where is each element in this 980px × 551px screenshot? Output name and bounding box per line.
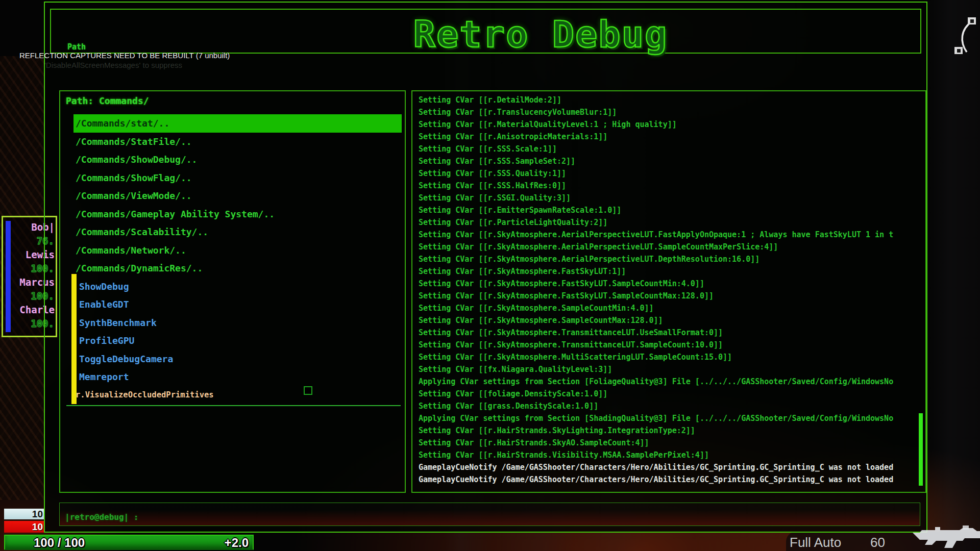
log-line: Setting CVar [[r.SSS.HalfRes:0]]: [419, 180, 920, 192]
log-line: Setting CVar [[foliage.DensityScale:1.0]…: [419, 388, 920, 400]
log-line: Setting CVar [[r.TranslucencyVolumeBlur:…: [419, 106, 920, 118]
folder-item[interactable]: /Commands/Gameplay Ability System/..: [60, 205, 405, 223]
folder-item[interactable]: /Commands/Network/..: [60, 241, 405, 260]
party-member-name: Lewis: [3, 248, 55, 262]
log-line: Setting CVar [[r.SSS.Scale:1]]: [419, 143, 920, 155]
log-line: GameplayCueNotify /Game/GASShooter/Chara…: [419, 473, 920, 486]
health-regen-value: +2.0: [225, 536, 249, 549]
command-item[interactable]: ToggleDebugCamera: [60, 350, 405, 368]
command-item[interactable]: ProfileGPU: [60, 332, 405, 350]
command-group-marker: [71, 274, 77, 404]
log-line: Setting CVar [[r.SkyAtmosphere.AerialPer…: [419, 241, 920, 253]
party-member-name: Marcus: [3, 276, 55, 289]
party-list: Bob|76.Lewis100.Marcus100.Charle100.: [3, 220, 55, 331]
party-member-health: 100.: [3, 289, 55, 303]
ammo-count: 60: [870, 535, 885, 550]
log-line: Setting CVar [[r.SkyAtmosphere.MultiScat…: [419, 351, 920, 363]
folder-item[interactable]: /Commands/DynamicRes/..: [60, 259, 405, 278]
log-line: Setting CVar [[r.AnisotropicMaterials:1]…: [419, 131, 920, 143]
commands-path-header: Path: Commands/: [66, 95, 149, 106]
window-title: Retro Debug: [51, 13, 920, 56]
log-line: Setting CVar [[r.HairStrands.SkyAO.Sampl…: [419, 437, 920, 449]
log-line: Setting CVar [[r.MaterialQualityLevel:1 …: [419, 118, 920, 131]
log-line: Setting CVar [[r.SkyAtmosphere.FastSkyLU…: [419, 265, 920, 278]
rifle-icon: [913, 524, 980, 551]
health-value: 100 / 100: [34, 536, 85, 549]
log-line: Applying CVar settings from Section [Fol…: [419, 375, 920, 388]
log-line: Setting CVar [[r.SSGI.Quality:3]]: [419, 192, 920, 204]
log-scrollbar-thumb[interactable]: [919, 413, 923, 486]
log-line: Setting CVar [[r.ParticleLightQuality:2]…: [419, 216, 920, 229]
shield-bar: 10: [4, 509, 44, 519]
suppress-hint-text: 'DisableAllScreenMessages' to suppress: [44, 61, 182, 69]
log-line: Setting CVar [[r.HairStrands.SkyLighting…: [419, 424, 920, 437]
log-line: Setting CVar [[r.SSS.SampleSet:2]]: [419, 155, 920, 167]
log-line: Setting CVar [[r.SkyAtmosphere.SampleCou…: [419, 314, 920, 327]
log-line: Setting CVar [[r.SkyAtmosphere.Transmitt…: [419, 339, 920, 351]
folder-item[interactable]: /Commands/StatFile/..: [60, 133, 405, 151]
command-list: /Commands/stat/../Commands/StatFile/../C…: [60, 114, 405, 404]
party-member-health: 100.: [3, 262, 55, 276]
log-line: GameplayCueNotify /Game/GASShooter/Chara…: [419, 461, 920, 473]
log-line: Setting CVar [[r.SkyAtmosphere.Transmitt…: [419, 327, 920, 339]
cvar-checkbox[interactable]: [304, 386, 312, 395]
grenade-bracket-icon: [945, 15, 980, 58]
panel-divider: [66, 405, 401, 406]
folder-item[interactable]: /Commands/stat/..: [74, 114, 402, 133]
log-line: Setting CVar [[r.SkyAtmosphere.FastSkyLU…: [419, 278, 920, 290]
party-member-name: Bob|: [3, 220, 55, 234]
reflection-warning-text: REFLECTION CAPTURES NEED TO BE REBUILT (…: [19, 51, 230, 60]
command-item[interactable]: EnableGDT: [60, 295, 405, 314]
party-frame: Bob|76.Lewis100.Marcus100.Charle100.: [2, 216, 57, 337]
log-line: Setting CVar [[r.SkyAtmosphere.AerialPer…: [419, 229, 920, 241]
log-line: Applying CVar settings from Section [Sha…: [419, 412, 920, 424]
log-line: Setting CVar [[r.SSS.Quality:1]]: [419, 167, 920, 180]
fire-mode-label: Full Auto: [790, 535, 871, 550]
log-line: Setting CVar [[r.EmitterSpawnRateScale:1…: [419, 204, 920, 216]
folder-item[interactable]: /Commands/ShowDebug/..: [60, 151, 405, 169]
command-item[interactable]: Memreport: [60, 368, 405, 386]
log-lines: Setting CVar [[r.DetailMode:2]]Setting C…: [419, 94, 920, 486]
log-line: Setting CVar [[grass.DensityScale:1.0]]: [419, 400, 920, 412]
folder-item[interactable]: /Commands/Scalability/..: [60, 223, 405, 241]
log-line: Setting CVar [[r.SkyAtmosphere.AerialPer…: [419, 253, 920, 265]
commands-panel: Path: Commands/ /Commands/stat/../Comman…: [59, 90, 406, 493]
console-input[interactable]: |retro@debug| :: [59, 503, 920, 526]
party-member-health: 100.: [3, 317, 55, 331]
health-bar: 100 / 100 +2.0: [4, 535, 254, 550]
folder-item[interactable]: /Commands/ViewMode/..: [60, 187, 405, 205]
log-line: Setting CVar [[r.DetailMode:2]]: [419, 94, 920, 106]
log-line: Setting CVar [[r.SkyAtmosphere.FastSkyLU…: [419, 290, 920, 302]
armor-bar: 10: [4, 521, 44, 533]
console-prompt: |retro@debug| :: [65, 512, 139, 522]
command-item[interactable]: ShowDebug: [60, 278, 405, 296]
game-screen: REFLECTION CAPTURES NEED TO BE REBUILT (…: [0, 0, 980, 551]
cvar-item[interactable]: r.VisualizeOccludedPrimitives: [60, 386, 405, 405]
log-line: Setting CVar [[r.HairStrands.Visibility.…: [419, 449, 920, 461]
log-line: Setting CVar [[r.SkyAtmosphere.SampleCou…: [419, 302, 920, 314]
party-member-name: Charle: [3, 303, 55, 317]
folder-item[interactable]: /Commands/ShowFlag/..: [60, 169, 405, 187]
window-left-border-overlay: [44, 216, 45, 337]
log-line: Setting CVar [[fx.Niagara.QualityLevel:3…: [419, 363, 920, 375]
path-label: Path: [67, 42, 86, 52]
title-panel: Retro Debug: [50, 9, 921, 54]
party-member-health: 76.: [3, 234, 55, 248]
console-log-panel: Setting CVar [[r.DetailMode:2]]Setting C…: [411, 90, 926, 493]
command-item[interactable]: SynthBenchmark: [60, 314, 405, 332]
